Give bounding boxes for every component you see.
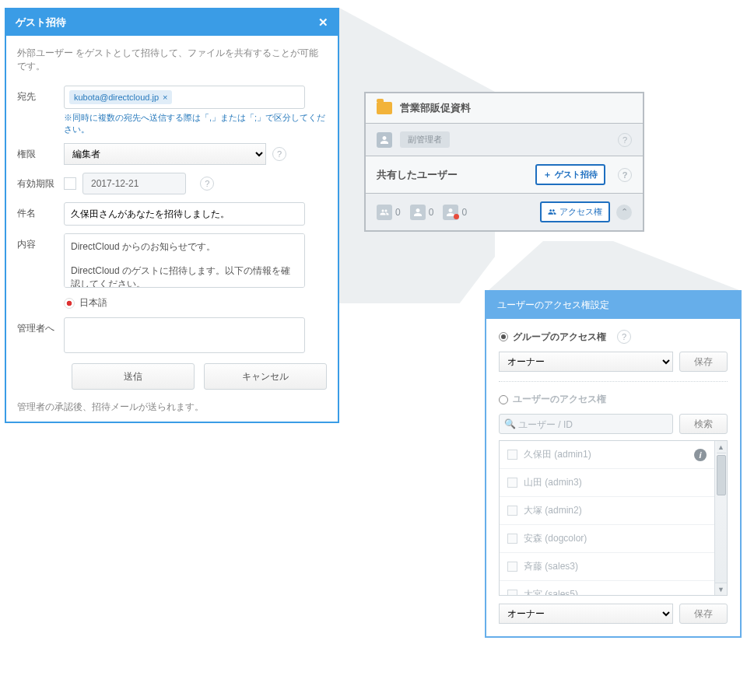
help-icon[interactable]: ? (200, 177, 214, 191)
search-button[interactable]: 検索 (679, 414, 728, 434)
folder-title-row: 営業部販促資料 (366, 93, 643, 123)
group-permission-label: グループのアクセス権 (513, 331, 606, 344)
help-icon[interactable]: ? (272, 147, 286, 161)
user-row[interactable]: 斉藤 (sales3) (500, 552, 714, 580)
label-perm: 権限 (17, 143, 64, 161)
dialog-intro: 外部ユーザー をゲストとして招待して、ファイルを共有することが可能です。 (17, 47, 327, 73)
user-row[interactable]: 大宮 (sales5) (500, 580, 714, 595)
scrollbar[interactable]: ▲ ▼ (714, 441, 727, 595)
checkbox[interactable] (507, 562, 517, 572)
invite-guest-button[interactable]: ＋ ゲスト招待 (535, 164, 605, 185)
help-icon[interactable]: ? (617, 330, 631, 344)
svg-marker-1 (489, 241, 739, 290)
checkbox[interactable] (507, 450, 517, 460)
folder-name: 営業部販促資料 (400, 101, 471, 115)
user-row[interactable]: 安森 (dogcolor) (500, 524, 714, 552)
perm-title: ユーザーのアクセス権設定 (486, 292, 740, 319)
search-placeholder: ユーザー / ID (518, 418, 573, 432)
chip-remove-icon[interactable]: × (163, 93, 167, 102)
user-permission-radio-row[interactable]: ユーザーのアクセス権 (499, 393, 728, 406)
label-body: 内容 (17, 233, 64, 251)
label-to: 宛先 (17, 86, 64, 103)
folder-panel: 営業部販促資料 副管理者 ? 共有したユーザー ＋ ゲスト招待 ? 0 (364, 92, 644, 232)
label-toadmin: 管理者へ (17, 317, 64, 335)
recipient-chip: kubota@directcloud.jp × (69, 90, 172, 104)
user-search-input[interactable]: 🔍 ユーザー / ID (499, 414, 673, 434)
plus-icon: ＋ (543, 169, 552, 180)
group-count: 0 (377, 205, 401, 220)
expiry-date[interactable]: 2017-12-21 (82, 173, 186, 194)
dialog-header: ゲスト招待 ✕ (6, 9, 338, 36)
close-icon[interactable]: ✕ (318, 16, 328, 30)
divider (499, 381, 728, 382)
subadmin-badge: 副管理者 (400, 131, 450, 148)
save-user-button[interactable]: 保存 (679, 604, 728, 624)
alert-dot-icon (454, 214, 459, 219)
scroll-down-icon[interactable]: ▼ (715, 583, 727, 595)
user-role-select[interactable]: オーナー (499, 604, 673, 624)
radio-selected-icon[interactable] (499, 332, 508, 341)
permission-select[interactable]: 編集者 (64, 143, 266, 165)
send-button[interactable]: 送信 (72, 363, 195, 390)
stats-row: 0 0 0 アクセス権 ⌃ (366, 193, 643, 230)
folder-icon (377, 102, 392, 114)
body-textarea[interactable] (64, 233, 305, 288)
scroll-up-icon[interactable]: ▲ (717, 441, 726, 453)
checkbox[interactable] (507, 590, 517, 595)
search-icon: 🔍 (504, 418, 516, 429)
user-icon (377, 132, 392, 148)
info-icon[interactable]: i (694, 449, 707, 461)
guest-invite-dialog: ゲスト招待 ✕ 外部ユーザー をゲストとして招待して、ファイルを共有することが可… (5, 8, 339, 423)
label-subject: 件名 (17, 202, 64, 220)
checkbox[interactable] (507, 506, 517, 516)
shared-users-label: 共有したユーザー (377, 168, 458, 182)
radio-unselected-icon[interactable] (499, 395, 508, 404)
checkbox[interactable] (507, 478, 517, 488)
user-icon (410, 205, 426, 220)
chevron-up-icon[interactable]: ⌃ (616, 205, 632, 220)
recipient-field[interactable]: kubota@directcloud.jp × (64, 86, 305, 109)
expiry-checkbox[interactable] (64, 177, 76, 190)
scroll-thumb[interactable] (717, 455, 726, 495)
users-icon (548, 208, 556, 216)
label-expiry: 有効期限 (17, 173, 64, 191)
dialog-title: ゲスト招待 (16, 16, 66, 30)
user-count: 0 (410, 205, 434, 220)
subject-input[interactable] (64, 202, 305, 226)
admin-note-textarea[interactable] (64, 317, 305, 353)
chip-text: kubota@directcloud.jp (74, 93, 159, 102)
access-permission-button[interactable]: アクセス権 (540, 201, 610, 222)
group-role-select[interactable]: オーナー (499, 352, 673, 372)
flag-jp-icon (64, 298, 75, 309)
checkbox[interactable] (507, 534, 517, 544)
dialog-footnote: 管理者の承認後、招待メールが送られます。 (17, 401, 327, 414)
subadmin-row: 副管理者 ? (366, 123, 643, 156)
shared-users-row: 共有したユーザー ＋ ゲスト招待 ? (366, 156, 643, 193)
group-icon (377, 205, 392, 220)
language-label: 日本語 (79, 296, 107, 310)
recipient-hint: ※同時に複数の宛先へ送信する際は「,」または「;」で区分してください。 (64, 112, 327, 135)
help-icon[interactable]: ? (618, 133, 632, 147)
help-icon[interactable]: ? (618, 168, 632, 182)
callout-wedge-2 (489, 241, 745, 296)
access-permission-panel: ユーザーのアクセス権設定 グループのアクセス権 ? オーナー 保存 ユーザーのア… (485, 290, 742, 638)
guest-count: 0 (443, 205, 467, 220)
language-row[interactable]: 日本語 (64, 296, 327, 310)
save-group-button[interactable]: 保存 (679, 352, 728, 372)
user-permission-label: ユーザーのアクセス権 (513, 393, 606, 406)
user-row[interactable]: 大塚 (admin2) (500, 496, 714, 524)
user-row[interactable]: 山田 (admin3) (500, 468, 714, 496)
user-row[interactable]: 久保田 (admin1) i (500, 441, 714, 468)
group-permission-radio-row[interactable]: グループのアクセス権 ? (499, 330, 728, 344)
cancel-button[interactable]: キャンセル (204, 363, 327, 390)
user-list: 久保田 (admin1) i 山田 (admin3) 大塚 (admin2) 安… (499, 440, 728, 596)
